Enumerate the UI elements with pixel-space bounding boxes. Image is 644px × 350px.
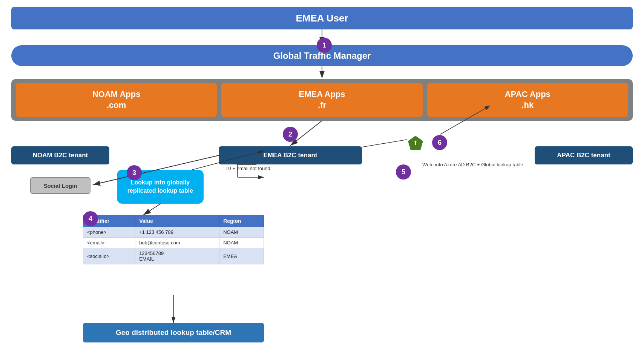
badge-2: 2 — [283, 127, 298, 142]
emea-b2c-label: EMEA B2C tenant — [264, 152, 317, 159]
badge-1: 1 — [317, 38, 332, 53]
svg-line-13 — [362, 140, 407, 147]
badge-3: 3 — [127, 165, 142, 180]
geo-bar-label: Geo distributed lookup table/CRM — [116, 329, 231, 337]
emea-user-label: EMEA User — [296, 12, 348, 24]
noam-apps-label: NOAM Apps.com — [92, 89, 141, 111]
badge-6: 6 — [432, 135, 447, 150]
social-login-box: Social Login — [30, 177, 90, 194]
diagram-container: EMEA User 1 Global Traffic Manager NOAM … — [0, 0, 644, 350]
apps-row: NOAM Apps.com EMEA Apps.fr APAC Apps.hk — [11, 79, 633, 121]
emea-apps-box: EMEA Apps.fr — [221, 83, 422, 117]
geo-bar: Geo distributed lookup table/CRM — [83, 323, 264, 342]
col-region: Region — [219, 215, 264, 227]
badge-4: 4 — [83, 211, 98, 226]
apac-b2c-label: APAC B2C tenant — [557, 152, 610, 159]
emea-apps-label: EMEA Apps.fr — [299, 89, 345, 111]
apac-apps-box: APAC Apps.hk — [427, 83, 628, 117]
apac-apps-label: APAC Apps.hk — [505, 89, 550, 111]
apac-b2c-tenant: APAC B2C tenant — [535, 146, 633, 164]
noam-b2c-tenant: NOAM B2C tenant — [11, 146, 109, 164]
write-into-text: Write into Azure AD B2C + Global lookup … — [422, 161, 523, 168]
svg-line-8 — [143, 204, 161, 215]
table-row: <socialId> 123456789EMAIL EMEA — [83, 248, 264, 264]
social-login-label: Social Login — [43, 183, 77, 189]
noam-b2c-label: NOAM B2C tenant — [33, 152, 88, 159]
lookup-table: Identifier Value Region <phone> +1 123 4… — [83, 215, 264, 264]
pentagon-icon: T — [407, 135, 424, 151]
emea-user-bar: EMEA User — [11, 7, 633, 29]
emea-b2c-tenant: EMEA B2C tenant — [219, 146, 362, 164]
table-row: <email> bob@contoso.com NOAM — [83, 238, 264, 248]
badge-5: 5 — [396, 164, 411, 180]
svg-text:T: T — [414, 140, 417, 146]
col-value: Value — [135, 215, 219, 227]
table-row: <phone> +1 123 456 789 NOAM — [83, 227, 264, 238]
noam-apps-box: NOAM Apps.com — [16, 83, 217, 117]
id-email-not-found: ID + email not found — [226, 165, 270, 172]
lookup-bubble-label: Lookup into globally replicated lookup t… — [121, 178, 200, 195]
